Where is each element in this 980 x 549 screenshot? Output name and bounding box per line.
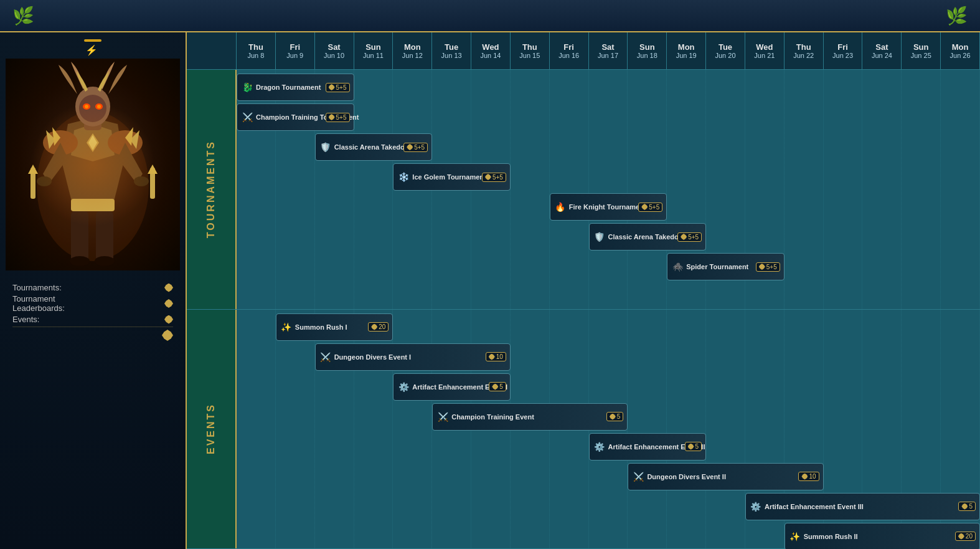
event-icon: ✨ [280,321,293,333]
col-header-2: SatJun 10 [315,32,354,69]
leaderboards-value [163,299,173,308]
badge-leaf [610,414,616,420]
event-bar[interactable]: ✨ Summon Rush II 20 [784,523,980,550]
event-name: Dungeon Divers Event II [647,473,796,480]
svg-marker-11 [28,165,38,174]
events-section-label: Events [205,403,217,454]
event-bar[interactable]: ⚔️ Champion Training Tournament 5+5 [237,103,354,131]
tournaments-label-cell: Tournaments [187,70,237,309]
badge-leaf [485,174,491,180]
col-header-13: WedJun 21 [745,32,784,69]
event-bar[interactable]: ⚔️ Dungeon Divers Event I 10 [315,343,511,371]
event-bar[interactable]: ⚙️ Artifact Enhancement Event II 5 [589,433,707,461]
badge-leaf [681,234,687,240]
events-fragment-row: Events: [12,315,173,324]
col-header-16: SatJun 24 [862,32,902,69]
total-row [12,327,173,341]
event-bar[interactable]: 🛡️ Classic Arena Takedown I 5+5 [315,133,433,161]
event-bar[interactable]: ⚙️ Artifact Enhancement Event I 5 [393,373,511,401]
event-bar[interactable]: ⚔️ Champion Training Event 5 [432,403,628,431]
col-header-10: SunJun 18 [628,32,667,69]
badge-leaf [961,504,968,510]
svg-rect-1 [71,211,88,261]
col-header-15: FriJun 23 [824,32,863,69]
fragments-section: Tournaments: TournamentLeaderboards: [0,273,186,347]
badge-leaf [641,204,648,210]
column-headers: ThuJun 8FriJun 9SatJun 10SunJun 11MonJun… [187,32,980,70]
leaf-icon-2 [164,299,173,308]
event-bar[interactable]: 🛡️ Classic Arena Takedown II 5+5 [589,223,707,251]
event-name: Spider Tournament [686,263,753,270]
event-bar[interactable]: 🕷️ Spider Tournament 5+5 [667,253,784,280]
main-body: ⚡ [0,32,980,549]
event-icon: ⚔️ [241,111,253,123]
col-header-4: MonJun 12 [393,32,432,69]
event-bar[interactable]: ⚙️ Artifact Enhancement Event III 5 [745,493,980,520]
event-badge: 5+5 [677,232,702,242]
col-header-0: ThuJun 8 [237,32,276,69]
col-header-11: MonJun 19 [667,32,706,69]
svg-point-9 [134,176,149,186]
col-header-8: FriJun 16 [550,32,589,69]
badge-leaf [759,264,765,270]
tournaments-grid: 🐉 Dragon Tournament 5+5 ⚔️ Champion Trai… [237,70,980,309]
role-badge: ⚡ [85,44,100,56]
event-badge: 5+5 [638,203,662,212]
event-badge: 5+5 [482,173,506,182]
event-icon: ✨ [789,530,801,543]
svg-rect-5 [71,199,115,211]
event-icon: ⚔️ [319,351,332,363]
badge-leaf [407,144,413,150]
event-badge: 20 [368,322,389,332]
col-header-1: FriJun 9 [276,32,315,69]
event-name: Champion Training Tournament [256,113,323,121]
svg-point-20 [97,105,101,108]
event-bar[interactable]: ✨ Summon Rush I 20 [276,313,393,341]
event-name: Dragon Tournament [256,84,323,91]
event-badge: 5+5 [326,113,350,122]
header-spacer [187,32,237,69]
badge-leaf [958,533,964,540]
svg-point-16 [79,95,106,122]
col-header-18: MonJun 26 [941,32,980,69]
events-label-cell: Events [187,310,237,549]
badge-leaf [688,444,694,450]
svg-point-4 [95,256,115,266]
event-name: Artifact Enhancement Event II [608,443,682,451]
col-header-9: SatJun 17 [589,32,628,69]
event-badge: 5 [685,442,702,451]
event-name: Ice Golem Tournament [412,173,479,181]
event-badge: 20 [955,532,976,541]
event-icon: 🛡️ [319,141,332,153]
col-header-14: ThuJun 22 [784,32,824,69]
badge-leaf [329,114,335,120]
tournaments-label: Tournaments: [12,283,62,292]
svg-point-8 [37,176,52,186]
event-bar[interactable]: 🐉 Dragon Tournament 5+5 [237,74,354,101]
event-name: Summon Rush I [295,323,365,331]
event-badge: 5 [489,382,506,391]
event-bar[interactable]: ⚔️ Dungeon Divers Event II 10 [628,463,823,490]
lightning-icon: ⚡ [85,44,98,56]
badge-leaf [492,384,498,390]
event-name: Artifact Enhancement Event I [412,383,486,391]
event-name: Classic Arena Takedown II [608,233,676,241]
top-header: 🌿 🌿 [0,0,980,32]
event-bar[interactable]: 🔥 Fire Knight Tournament 5+5 [550,193,667,221]
leaderboards-fragment-row: TournamentLeaderboards: [12,294,173,313]
event-badge: 5+5 [756,262,780,272]
col-header-3: SunJun 11 [354,32,393,69]
events-value [163,315,173,324]
event-icon: 🐉 [241,81,253,93]
event-bar[interactable]: ❄️ Ice Golem Tournament 5+5 [393,163,511,191]
event-badge: 5 [958,502,976,511]
leaf-icon-3 [164,315,173,324]
calendar-panel: ThuJun 8FriJun 9SatJun 10SunJun 11MonJun… [187,32,980,549]
svg-marker-13 [148,165,158,174]
event-icon: 🛡️ [593,231,606,243]
event-icon: 🕷️ [671,260,684,273]
col-header-7: ThuJun 15 [511,32,550,69]
event-name: Summon Rush II [804,533,953,540]
left-panel: ⚡ [0,32,187,549]
events-section: Events ✨ Summon Rush I 20 ⚔️ Dungeon Div… [187,310,980,550]
